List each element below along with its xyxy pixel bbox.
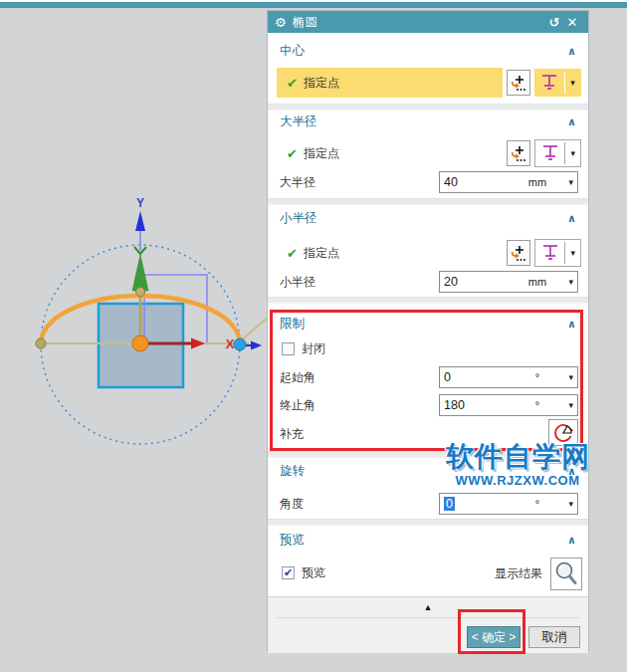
show-result-button[interactable] bbox=[550, 558, 582, 590]
specify-point-field-center[interactable]: ✔ 指定点 bbox=[277, 68, 503, 98]
footer-divider bbox=[276, 617, 580, 618]
y-axis-label: Y bbox=[136, 196, 144, 210]
ellipse-dialog: ⚙ 椭圆 ↺ ✕ 中心 ∧ ✔ 指定点 bbox=[267, 10, 589, 652]
closed-checkbox[interactable] bbox=[282, 342, 295, 355]
reset-icon[interactable]: ↺ bbox=[545, 15, 563, 30]
gear-icon: ⚙ bbox=[275, 15, 287, 30]
angle-row: 角度 bbox=[280, 492, 429, 516]
chevron-up-icon[interactable]: ∧ bbox=[567, 45, 576, 58]
close-icon[interactable]: ✕ bbox=[563, 15, 581, 30]
end-angle-unit: ° bbox=[516, 399, 559, 411]
complement-row: 补充 bbox=[280, 421, 429, 447]
major-radius-label: 大半径 bbox=[280, 174, 315, 191]
start-angle-unit: ° bbox=[516, 371, 559, 383]
show-result-label: 显示结果 bbox=[495, 565, 542, 582]
dialog-titlebar[interactable]: ⚙ 椭圆 ↺ ✕ bbox=[268, 11, 588, 33]
complement-label: 补充 bbox=[280, 426, 304, 443]
closed-label: 封闭 bbox=[302, 340, 325, 357]
chevron-down-icon[interactable]: ▾ bbox=[565, 148, 580, 158]
point-dialog-button[interactable] bbox=[507, 140, 530, 166]
collapse-dialog-arrow[interactable]: ▲ bbox=[268, 602, 588, 612]
chevron-up-icon[interactable]: ∧ bbox=[567, 115, 576, 128]
section-minor-title: 小半径 bbox=[280, 210, 317, 227]
point-constructor-icon bbox=[510, 73, 527, 93]
section-separator bbox=[268, 519, 588, 526]
complement-button[interactable] bbox=[548, 419, 578, 446]
chevron-down-icon[interactable]: ▾ bbox=[559, 372, 573, 382]
point-dialog-button[interactable] bbox=[507, 240, 530, 266]
start-angle-row: 起始角 bbox=[280, 365, 429, 389]
dialog-footer: ▲ < 确定 > 取消 bbox=[268, 596, 588, 653]
section-separator bbox=[268, 451, 588, 458]
inferred-point-icon bbox=[539, 71, 559, 93]
check-icon: ✔ bbox=[287, 76, 298, 91]
section-rotation-title: 旋转 bbox=[280, 463, 305, 480]
section-limits-header[interactable]: 限制 ∧ bbox=[268, 314, 588, 334]
preview-label: 预览 bbox=[302, 564, 325, 581]
end-angle-input[interactable]: 180 ° ▾ bbox=[439, 394, 578, 416]
inferred-point-group[interactable]: ▾ bbox=[534, 239, 581, 267]
angle-input[interactable]: 0 ° ▾ bbox=[439, 493, 578, 515]
minor-axis-arrow-handle[interactable] bbox=[132, 255, 148, 291]
end-angle-row: 终止角 bbox=[280, 393, 429, 417]
start-angle-label: 起始角 bbox=[280, 369, 315, 386]
section-limits-title: 限制 bbox=[280, 316, 305, 333]
section-preview-title: 预览 bbox=[280, 532, 305, 549]
section-minor-header[interactable]: 小半径 ∧ bbox=[268, 208, 588, 228]
inferred-point-group[interactable]: ▾ bbox=[534, 69, 581, 97]
section-rotation-header[interactable]: 旋转 ∧ bbox=[268, 461, 588, 481]
minor-radius-value: 20 bbox=[444, 275, 516, 289]
cancel-button[interactable]: 取消 bbox=[528, 626, 580, 648]
specify-point-field-minor[interactable]: ✔ 指定点 bbox=[277, 238, 503, 268]
shaft-ball-handle[interactable] bbox=[136, 288, 145, 297]
major-radius-unit: mm bbox=[516, 176, 559, 188]
end-angle-value: 180 bbox=[444, 398, 516, 412]
center-point-row: ✔ 指定点 ▾ bbox=[277, 68, 581, 98]
chevron-up-icon[interactable]: ∧ bbox=[567, 534, 576, 547]
x-axis-arrow-handle[interactable] bbox=[191, 338, 205, 349]
preview-checkbox[interactable]: ✔ bbox=[282, 566, 295, 579]
inferred-point-icon bbox=[540, 241, 560, 263]
section-preview-header[interactable]: 预览 ∧ bbox=[268, 530, 588, 550]
chevron-up-icon[interactable]: ∧ bbox=[567, 212, 576, 225]
point-constructor-icon bbox=[510, 243, 527, 263]
chevron-up-icon[interactable]: ∧ bbox=[567, 318, 576, 331]
major-radius-input[interactable]: 40 mm ▾ bbox=[439, 171, 578, 193]
point-constructor-icon bbox=[510, 143, 527, 163]
section-center-header[interactable]: 中心 ∧ bbox=[268, 41, 588, 61]
closed-row: 封闭 bbox=[282, 338, 570, 358]
section-separator bbox=[268, 297, 588, 304]
right-endpoint-handle[interactable] bbox=[234, 338, 246, 350]
x-axis-label: X bbox=[226, 336, 235, 351]
left-endpoint-handle[interactable] bbox=[36, 338, 46, 348]
right-axis-arrow bbox=[251, 341, 262, 350]
start-angle-input[interactable]: 0 ° ▾ bbox=[439, 366, 578, 388]
chevron-down-icon[interactable]: ▾ bbox=[559, 499, 573, 509]
specify-point-field-major[interactable]: ✔ 指定点 bbox=[277, 138, 503, 168]
minor-radius-unit: mm bbox=[516, 276, 559, 288]
y-axis-arrow bbox=[135, 211, 145, 231]
angle-label: 角度 bbox=[280, 496, 304, 513]
end-angle-label: 终止角 bbox=[280, 397, 315, 414]
complement-arc-icon bbox=[552, 422, 574, 444]
specify-point-label: 指定点 bbox=[304, 75, 339, 92]
minor-point-row: ✔ 指定点 ▾ bbox=[277, 238, 581, 268]
chevron-down-icon[interactable]: ▾ bbox=[559, 177, 573, 187]
inferred-point-group[interactable]: ▾ bbox=[534, 139, 581, 167]
point-dialog-button[interactable] bbox=[507, 70, 530, 96]
chevron-down-icon[interactable]: ▾ bbox=[559, 400, 573, 410]
section-major-header[interactable]: 大半径 ∧ bbox=[268, 112, 588, 131]
chevron-down-icon[interactable]: ▾ bbox=[565, 248, 580, 258]
minor-radius-input[interactable]: 20 mm ▾ bbox=[439, 271, 578, 293]
specify-point-label: 指定点 bbox=[304, 145, 339, 162]
major-point-row: ✔ 指定点 ▾ bbox=[277, 138, 581, 168]
axis-extension-line bbox=[242, 318, 268, 339]
inferred-point-icon bbox=[540, 141, 560, 163]
chevron-down-icon[interactable]: ▾ bbox=[565, 78, 580, 88]
angle-value-selected: 0 bbox=[444, 497, 455, 511]
chevron-up-icon[interactable]: ∧ bbox=[567, 465, 576, 478]
origin-center-handle[interactable] bbox=[132, 336, 148, 351]
ok-button[interactable]: < 确定 > bbox=[467, 626, 521, 648]
chevron-down-icon[interactable]: ▾ bbox=[559, 277, 573, 287]
show-result-row: 显示结果 bbox=[495, 564, 550, 582]
